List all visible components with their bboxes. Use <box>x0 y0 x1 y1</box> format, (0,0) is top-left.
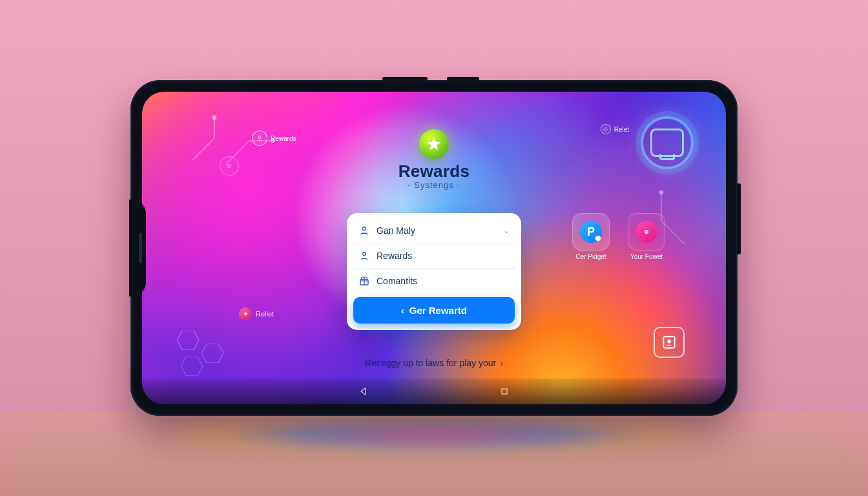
tile-wallet[interactable]: Your Fuwet <box>624 213 669 260</box>
tile-label: Your Fuwet <box>624 253 669 260</box>
profile-ring-button[interactable] <box>641 116 694 169</box>
svg-marker-5 <box>181 356 203 376</box>
shortcut-tiles: P Cer Pidget Your Fuwet <box>568 213 669 260</box>
target-icon <box>220 156 239 176</box>
top-right-chip-label: Relet <box>614 126 629 133</box>
screen: Rewards Relet Rewards Systengs <box>142 92 726 404</box>
tile-label: Cer Pidget <box>568 253 614 260</box>
gear-icon <box>601 124 611 134</box>
camera-notch <box>129 200 146 296</box>
app-header: Rewards Systengs <box>398 129 470 190</box>
svg-point-8 <box>229 165 230 167</box>
menu-item-account[interactable]: Gan Maly ⌄ <box>352 218 516 243</box>
menu-item-label: Comantits <box>377 276 417 286</box>
promo-text: Receggy up to laws for play your <box>365 358 496 368</box>
app-title: Rewards <box>398 161 470 181</box>
menu-item-community[interactable]: Comantits <box>352 268 516 293</box>
tile-points[interactable]: P Cer Pidget <box>568 213 614 260</box>
letter-p-icon: P <box>580 221 602 243</box>
main-card: Gan Maly ⌄ Rewards Comantits ‹ Ger Rewar… <box>347 213 521 330</box>
user-icon <box>358 225 370 236</box>
volume-button-2 <box>447 77 479 81</box>
svg-point-17 <box>667 340 671 344</box>
tablet-device: Rewards Relet Rewards Systengs <box>130 80 738 416</box>
chevron-left-icon: ‹ <box>401 305 404 316</box>
hexagon-decor <box>181 356 203 376</box>
target-chip <box>220 156 239 176</box>
contact-button[interactable] <box>654 327 685 358</box>
svg-marker-3 <box>177 331 199 350</box>
nav-home-button[interactable] <box>499 386 510 397</box>
nav-back-button[interactable] <box>358 386 369 397</box>
get-reward-button[interactable]: ‹ Ger Rewartd <box>353 297 515 324</box>
volume-button-1 <box>382 77 428 81</box>
top-left-chip-label: Rewards <box>271 135 296 142</box>
pill-label: Rellet <box>256 310 274 318</box>
svg-point-11 <box>362 227 366 230</box>
top-left-chip[interactable]: Rewards <box>252 130 296 146</box>
gift-icon <box>358 275 370 287</box>
bottom-left-pill[interactable]: ✦ Rellet <box>239 307 274 320</box>
spark-icon: ✦ <box>239 307 252 320</box>
promo-line[interactable]: Receggy up to laws for play your › <box>365 358 503 368</box>
svg-point-0 <box>212 116 216 119</box>
svg-marker-4 <box>202 344 223 363</box>
rewards-chip-icon <box>252 130 267 146</box>
svg-point-2 <box>659 191 663 194</box>
svg-point-9 <box>605 129 606 130</box>
power-button <box>737 183 741 254</box>
svg-point-12 <box>363 253 366 256</box>
svg-point-15 <box>646 231 648 233</box>
menu-item-label: Rewards <box>377 251 412 261</box>
app-subtitle: Systengs <box>398 180 470 190</box>
coin-icon <box>636 221 657 243</box>
contact-card-icon <box>661 334 677 351</box>
cta-label: Ger Rewartd <box>409 305 467 316</box>
hexagon-decor <box>177 331 199 350</box>
menu-item-rewards[interactable]: Rewards <box>352 243 516 268</box>
reflection-glow <box>169 412 699 457</box>
top-right-chip[interactable]: Relet <box>601 124 629 134</box>
svg-rect-18 <box>502 389 507 394</box>
monitor-icon <box>650 129 684 157</box>
person-icon <box>358 250 370 262</box>
star-logo-icon <box>419 129 449 159</box>
svg-marker-10 <box>428 138 440 150</box>
chevron-right-icon: › <box>500 358 503 368</box>
android-navbar <box>142 378 726 404</box>
menu-item-label: Gan Maly <box>377 225 415 236</box>
hexagon-decor <box>202 344 223 363</box>
svg-point-6 <box>258 136 261 139</box>
chevron-right-icon: ⌄ <box>503 226 510 235</box>
